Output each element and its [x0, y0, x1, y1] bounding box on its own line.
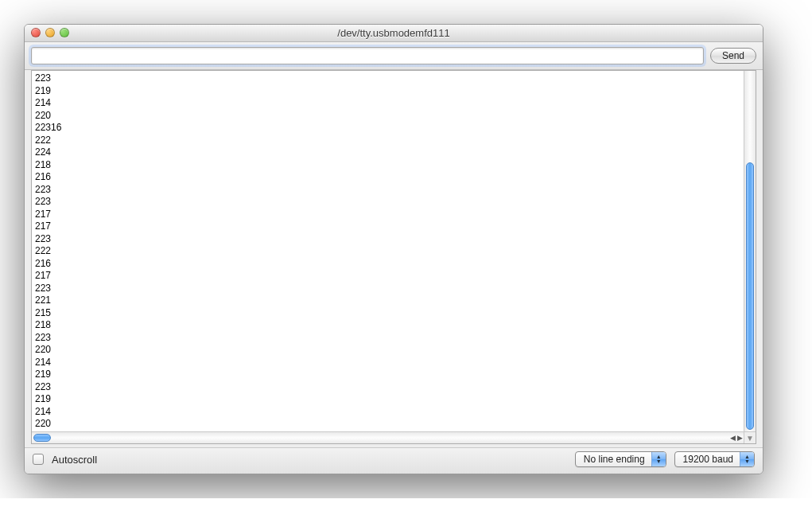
horizontal-scroll-thumb[interactable]	[33, 434, 51, 442]
scroll-right-icon[interactable]: ▶	[737, 434, 743, 442]
autoscroll-label: Autoscroll	[52, 454, 97, 466]
traffic-lights	[31, 28, 69, 37]
scroll-left-icon[interactable]: ◀	[730, 434, 736, 442]
autoscroll-checkbox[interactable]	[33, 454, 44, 465]
close-icon[interactable]	[31, 28, 41, 37]
dropdown-arrows-icon: ▲▼	[740, 452, 754, 466]
line-ending-label: No line ending	[576, 454, 651, 465]
titlebar[interactable]: /dev/tty.usbmodemfd111	[25, 25, 763, 42]
send-button[interactable]: Send	[710, 48, 756, 64]
scroll-corner: ▼	[744, 431, 756, 443]
baud-label: 19200 baud	[675, 454, 740, 465]
toolbar: Send	[25, 42, 763, 70]
footer: Autoscroll No line ending ▲▼ 19200 baud …	[25, 447, 763, 474]
zoom-icon[interactable]	[60, 28, 69, 37]
output-area: 223 219 214 220 22316 222 224 218 216 22…	[31, 70, 756, 444]
serial-monitor-window: /dev/tty.usbmodemfd111 Send 223 219 214 …	[24, 24, 763, 474]
vertical-scroll-thumb[interactable]	[746, 162, 754, 430]
serial-output: 223 219 214 220 22316 222 224 218 216 22…	[32, 71, 744, 431]
window-title: /dev/tty.usbmodemfd111	[25, 27, 763, 39]
horizontal-scrollbar[interactable]: ◀ ▶	[32, 431, 744, 443]
dropdown-arrows-icon: ▲▼	[651, 452, 666, 466]
line-ending-select[interactable]: No line ending ▲▼	[575, 451, 666, 467]
minimize-icon[interactable]	[45, 28, 55, 37]
horizontal-scroll-arrows[interactable]: ◀ ▶	[730, 432, 743, 443]
serial-input[interactable]	[31, 47, 704, 64]
baud-select[interactable]: 19200 baud ▲▼	[674, 451, 755, 467]
vertical-scrollbar[interactable]	[744, 71, 756, 431]
